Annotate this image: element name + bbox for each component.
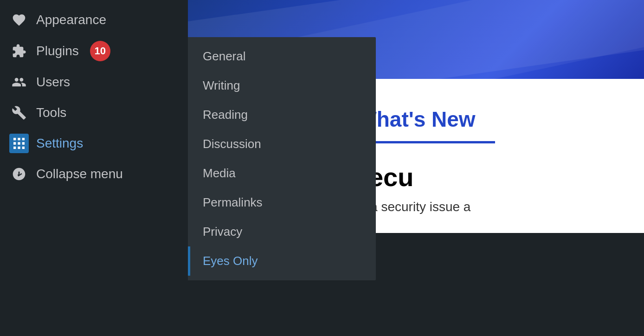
collapse-icon: [9, 164, 29, 184]
users-icon: [9, 72, 29, 92]
sidebar-item-plugins[interactable]: Plugins 10: [0, 35, 188, 67]
sidebar-item-collapse-label: Collapse menu: [36, 166, 123, 182]
submenu-item-reading[interactable]: Reading: [188, 100, 376, 129]
submenu-item-permalinks[interactable]: Permalinks: [188, 188, 376, 217]
submenu-item-writing[interactable]: Writing: [188, 71, 376, 100]
submenu-item-general[interactable]: General: [188, 42, 376, 71]
sidebar-item-collapse[interactable]: Collapse menu: [0, 159, 188, 189]
sidebar-item-settings[interactable]: Settings: [0, 128, 188, 159]
submenu-item-discussion[interactable]: Discussion: [188, 129, 376, 159]
appearance-icon: [9, 10, 29, 30]
plugins-icon: [9, 41, 29, 61]
sidebar-item-users-label: Users: [36, 74, 70, 90]
plugins-badge: 10: [90, 41, 110, 61]
sidebar: Appearance Plugins 10 Users Tools: [0, 0, 188, 336]
sidebar-item-settings-label: Settings: [36, 135, 83, 152]
submenu-item-eyes-only[interactable]: Eyes Only: [188, 246, 376, 276]
tools-icon: [9, 103, 29, 123]
sidebar-item-plugins-label: Plugins: [36, 43, 79, 59]
sidebar-item-appearance[interactable]: Appearance: [0, 5, 188, 35]
submenu-item-media[interactable]: Media: [188, 159, 376, 188]
sidebar-item-users[interactable]: Users: [0, 67, 188, 97]
sidebar-item-tools[interactable]: Tools: [0, 97, 188, 128]
sidebar-item-appearance-label: Appearance: [36, 12, 106, 28]
submenu-item-privacy[interactable]: Privacy: [188, 217, 376, 246]
sidebar-item-tools-label: Tools: [36, 104, 66, 121]
settings-submenu: General Writing Reading Discussion Media…: [188, 37, 376, 280]
settings-icon: [9, 134, 29, 153]
